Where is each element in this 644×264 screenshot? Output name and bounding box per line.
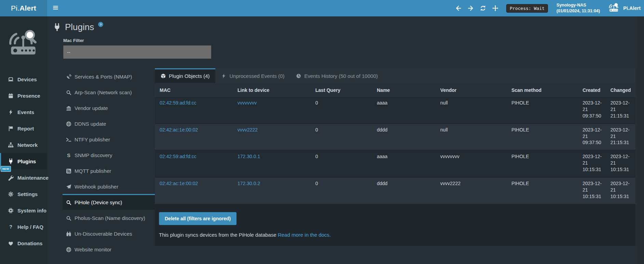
plugin-nav-item-label: SNMP discovery — [75, 152, 112, 158]
help-badge[interactable]: ? — [98, 22, 103, 27]
tab-icon — [161, 73, 166, 79]
plugin-nav-item-label: Pholus-Scan (Name discovery) — [75, 215, 145, 221]
sidebar-item-icon — [8, 158, 14, 164]
tab[interactable]: Unprocessed Events (0) — [215, 68, 290, 83]
column-header: Scan method — [507, 83, 578, 97]
mac-link[interactable]: 02:42:ac:1e:00:02 — [160, 181, 198, 186]
move-resize-button[interactable] — [492, 5, 498, 12]
sidebar-item[interactable]: Devices — [0, 71, 47, 87]
sidebar-item[interactable]: NEW Maintenance — [0, 169, 47, 186]
sidebar-item-label: Help / FAQ — [17, 224, 43, 230]
cell-changed: 2023-12-21 10:15:31 — [606, 177, 635, 204]
mac-link[interactable]: 02:42:ac:1e:00:02 — [160, 127, 198, 133]
tab-bar: Plugin Objects (4) Unprocessed Events (0… — [155, 68, 635, 83]
cell-vendor: vvvvvvvv — [435, 150, 507, 177]
plugin-detail-panel: Plugin Objects (4) Unprocessed Events (0… — [155, 68, 635, 246]
sidebar-item[interactable]: System info — [0, 202, 47, 219]
plugin-nav-item[interactable]: Website monitor — [63, 241, 155, 257]
plugin-nav-item-label: Webhook publisher — [75, 184, 118, 190]
plugin-nav-item-icon — [66, 231, 71, 237]
plugin-nav-item-icon — [66, 200, 71, 205]
sidebar-item[interactable]: Events — [0, 104, 47, 120]
process-status-badge: Process: Wait — [506, 4, 548, 13]
svg-text:S: S — [67, 153, 70, 158]
plugin-nav-item[interactable]: Pholus-Scan (Name discovery) — [63, 210, 155, 225]
plugin-nav-item[interactable]: Un-Discoverable Devices — [63, 225, 155, 241]
sidebar-item[interactable]: Report — [0, 120, 47, 137]
navbar: Process: Wait Synology-NAS (01/01/2024, … — [47, 0, 644, 16]
page-title: Plugins ? — [53, 22, 635, 32]
host-info: Synology-NAS (01/01/2024, 11:31:04) — [556, 2, 600, 14]
top-navbar: Pi.Alert Process: Wait Synology-NAS (01/… — [0, 0, 644, 16]
cell-mac: 02:42:59:ad:fd:cc — [155, 97, 233, 124]
plugin-nav-item-icon — [66, 90, 71, 95]
cell-name: aaaa — [372, 97, 435, 124]
plugin-nav-item-label: Arp-Scan (Network scan) — [75, 89, 132, 95]
cell-created: 2023-12-21 09:37:50 — [578, 124, 606, 151]
plugin-nav-item[interactable]: Services & Ports (NMAP) — [63, 68, 155, 84]
plugin-nav-item-label: Services & Ports (NMAP) — [75, 74, 132, 80]
sidebar-item[interactable]: Donations — [0, 235, 47, 251]
column-header: Last Query — [311, 83, 372, 97]
host-datetime: (01/01/2024, 11:31:04) — [556, 8, 600, 14]
cell-scan-method: PIHOLE — [507, 124, 578, 151]
sidebar-logo — [0, 16, 47, 71]
sidebar-item-icon — [8, 240, 14, 246]
cell-changed: 2023-12-21 21:15:31 — [606, 124, 635, 151]
plugin-nav-item[interactable]: PiHole (Device sync) — [63, 194, 155, 210]
plugin-nav-item[interactable]: Arp-Scan (Network scan) — [63, 84, 155, 100]
plugin-nav-item[interactable]: S SNMP discovery — [63, 147, 155, 163]
sidebar-item[interactable]: Settings — [0, 186, 47, 202]
refresh-button[interactable] — [480, 5, 486, 12]
plugin-nav-item-icon — [66, 106, 71, 111]
sidebar-item[interactable]: ? Help / FAQ — [0, 219, 47, 235]
table-row: 02:42:ac:1e:00:02 172.30.0.2 0 dddd vvvv… — [155, 177, 635, 204]
page-scrollbar[interactable] — [637, 16, 644, 264]
tab[interactable]: Plugin Objects (4) — [155, 68, 215, 83]
mac-link[interactable]: 02:42:59:ad:fd:cc — [160, 100, 196, 106]
plugin-nav-item-icon — [66, 121, 71, 127]
sidebar-item[interactable]: Network — [0, 137, 47, 153]
hamburger-icon — [53, 5, 58, 12]
plugin-nav-item-icon — [66, 216, 71, 221]
sidebar-item-icon — [8, 208, 14, 213]
forward-button[interactable] — [467, 5, 474, 12]
back-button[interactable] — [455, 5, 461, 12]
device-link[interactable]: 172.30.0.2 — [238, 181, 260, 186]
cell-name: aaaa — [372, 150, 435, 177]
plugin-nav-item-label: Vendor update — [75, 105, 108, 111]
plugin-nav-item[interactable]: DDNS update — [63, 115, 155, 131]
sidebar-toggle-button[interactable] — [47, 5, 64, 12]
device-link[interactable]: vvvv2222 — [238, 127, 258, 133]
plugin-nav-item-icon — [66, 247, 71, 252]
plugin-nav-item[interactable]: Webhook publisher — [63, 178, 155, 194]
tab[interactable]: Events History (50 out of 10000) — [290, 68, 384, 83]
sidebar-item-label: Report — [17, 126, 34, 131]
mac-filter-input[interactable] — [63, 45, 211, 59]
device-link[interactable]: 172.30.0.1 — [238, 154, 260, 159]
sidebar: Devices Presence Events — [0, 16, 47, 264]
device-link[interactable]: vvvvvvvv — [238, 100, 257, 106]
plugin-nav-item-icon — [66, 184, 71, 190]
sidebar-item[interactable]: Presence — [0, 87, 47, 104]
cell-vendor: vvvv2222 — [435, 177, 507, 204]
brand-logo[interactable]: Pi.Alert — [0, 0, 47, 16]
column-header: Name — [372, 83, 435, 97]
table-body: 02:42:59:ad:fd:cc vvvvvvvv 0 aaaa null P… — [155, 97, 635, 204]
delete-all-button[interactable]: Delete all (filters are ignored) — [159, 212, 237, 225]
tab-label: Plugin Objects (4) — [169, 73, 210, 79]
tab-icon — [221, 73, 226, 79]
new-badge: NEW — [1, 166, 11, 172]
read-more-link[interactable]: Read more in the docs. — [278, 232, 331, 238]
plugin-objects-table-panel: MAC Link to device Last Query Name Vendo… — [155, 83, 635, 246]
mac-link[interactable]: 02:42:59:ad:fd:cc — [160, 154, 196, 159]
content-area: Plugins ? Mac Filter Services & Ports (N… — [47, 16, 644, 264]
plugin-nav-item-icon — [66, 74, 71, 80]
sidebar-item-icon — [8, 109, 14, 115]
brand-suffix: Alert — [19, 4, 36, 12]
plugin-nav-item[interactable]: Vendor update — [63, 100, 155, 115]
table-row: 02:42:ac:1e:00:02 vvvv2222 0 dddd null P… — [155, 124, 635, 151]
plugin-nav-item[interactable]: NTFY publisher — [63, 131, 155, 147]
table-header-row: MAC Link to device Last Query Name Vendo… — [155, 83, 635, 97]
plugin-nav-item[interactable]: MQTT publisher — [63, 163, 155, 178]
